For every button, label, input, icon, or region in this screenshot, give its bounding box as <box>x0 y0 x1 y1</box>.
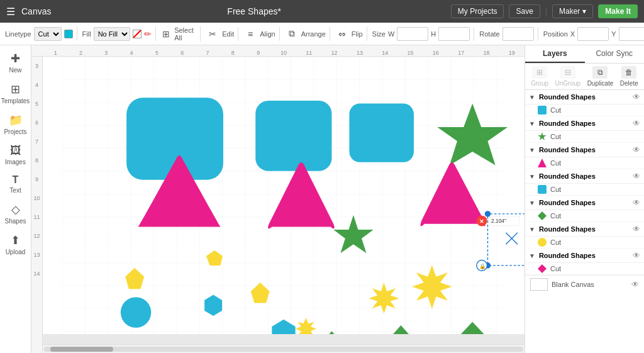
layer-eye-3[interactable]: 👁 <box>633 145 640 154</box>
sidebar-item-text[interactable]: T Text <box>1 171 30 198</box>
sub-layer-7[interactable]: Cut <box>525 263 644 275</box>
scroll-thumb[interactable] <box>50 347 113 352</box>
y-label: Y <box>611 30 616 38</box>
sub-layer-2[interactable]: Cut <box>525 131 644 143</box>
height-input[interactable]: 2.012 <box>438 27 470 41</box>
layer-eye-1[interactable]: 👁 <box>633 92 640 101</box>
sub-layer-5[interactable]: Cut <box>525 210 644 222</box>
layer-arrow-5[interactable]: ▼ <box>529 199 535 206</box>
blank-canvas-eye[interactable]: 👁 <box>631 280 639 289</box>
tab-layers[interactable]: Layers <box>525 45 585 63</box>
linetype-group: Linetype Cut <box>5 27 77 41</box>
layer-item-1[interactable]: ▼ Rounded Shapes 👁 <box>525 90 644 104</box>
ruler-top: 1 2 3 4 5 6 7 8 9 10 11 12 13 14 15 16 1… <box>31 45 525 57</box>
sub-layer-6[interactable]: Cut <box>525 237 644 249</box>
layer-eye-2[interactable]: 👁 <box>633 119 640 128</box>
sidebar-item-upload[interactable]: ⬆ Upload <box>1 230 30 259</box>
delete-icon: 🗑 <box>621 66 636 79</box>
sub-layer-label-6: Cut <box>550 238 640 246</box>
blank-canvas-entry[interactable]: Blank Canvas 👁 <box>525 275 644 293</box>
x-input[interactable]: 16.957 <box>577 27 609 41</box>
position-group: Position X 16.957 Y 7.742 <box>543 27 644 41</box>
rotate-input[interactable]: 0 <box>502 27 534 41</box>
sub-layer-3[interactable]: Cut <box>525 157 644 169</box>
tab-color-sync[interactable]: Color Sync <box>585 45 645 63</box>
layer-eye-6[interactable]: 👁 <box>633 225 640 233</box>
layer-name-3: Rounded Shapes <box>539 146 629 154</box>
select-all-button[interactable]: ⊞ <box>161 27 172 41</box>
arrange-button[interactable]: ⧉ <box>285 27 299 41</box>
layer-arrow-3[interactable]: ▼ <box>529 147 535 154</box>
layer-arrow-2[interactable]: ▼ <box>529 120 535 127</box>
duplicate-button[interactable]: ⧉ Duplicate <box>587 66 614 87</box>
selection-handle-tl[interactable] <box>485 211 491 216</box>
sub-layer-4[interactable]: Cut <box>525 184 644 196</box>
layer-arrow-1[interactable]: ▼ <box>529 94 535 101</box>
scrollbar-bottom[interactable] <box>43 344 525 353</box>
layer-arrow-4[interactable]: ▼ <box>529 173 535 180</box>
sidebar-label-templates: Templates <box>1 98 30 104</box>
fill-group: Fill No Fill ✏ <box>82 27 156 41</box>
delete-button[interactable]: 🗑 Delete <box>620 66 638 87</box>
layer-item-4[interactable]: ▼ Rounded Shapes 👁 <box>525 169 644 184</box>
sub-layer-label-1: Cut <box>550 106 640 114</box>
linetype-color-swatch[interactable] <box>64 30 73 38</box>
layer-item-5[interactable]: ▼ Rounded Shapes 👁 <box>525 196 644 210</box>
layer-eye-4[interactable]: 👁 <box>633 172 640 181</box>
layer-name-2: Rounded Shapes <box>539 120 629 127</box>
maker-button[interactable]: Maker ▾ <box>552 4 593 18</box>
ungroup-icon: ⊟ <box>560 66 575 79</box>
width-input[interactable]: 2.104 <box>397 27 428 41</box>
sidebar-item-shapes[interactable]: ◇ Shapes <box>1 199 30 228</box>
scroll-track[interactable] <box>44 347 523 352</box>
medium-cyan-rect[interactable] <box>255 101 331 171</box>
edit-button[interactable]: ✂ <box>206 27 219 41</box>
sidebar-label-projects: Projects <box>4 128 26 135</box>
layer-item-6[interactable]: ▼ Rounded Shapes 👁 <box>525 222 644 237</box>
sidebar-item-projects[interactable]: 📁 Projects <box>1 109 30 139</box>
edit-group: ✂ Edit <box>206 27 238 41</box>
flip-group: ⇔ Flip <box>335 27 367 41</box>
canvas-content[interactable]: ✕ ↻ 🔒 2.104" <box>43 57 525 334</box>
pencil-icon[interactable]: ✏ <box>144 29 152 39</box>
rp-actions-bar: ⊞ Group ⊟ UnGroup ⧉ Duplicate 🗑 Delete <box>525 64 644 90</box>
my-projects-button[interactable]: My Projects <box>451 4 504 18</box>
layer-item-3[interactable]: ▼ Rounded Shapes 👁 <box>525 143 644 157</box>
sidebar-item-templates[interactable]: ⊞ Templates <box>1 79 30 108</box>
sub-layer-shape-2 <box>538 132 547 141</box>
flip-button[interactable]: ⇔ <box>335 27 349 41</box>
select-all-label: Select All <box>174 26 196 42</box>
menu-icon[interactable]: ☰ <box>6 6 15 18</box>
sub-layer-label-4: Cut <box>550 186 640 193</box>
svg-text:🔒: 🔒 <box>479 263 486 270</box>
ungroup-button[interactable]: ⊟ UnGroup <box>555 66 581 87</box>
layer-arrow-7[interactable]: ▼ <box>529 252 535 259</box>
save-button[interactable]: Save <box>509 4 540 18</box>
doc-title: Free Shapes* <box>64 6 444 16</box>
fill-select[interactable]: No Fill <box>94 27 130 41</box>
sub-layer-shape-6 <box>538 238 547 247</box>
sidebar-item-images[interactable]: 🖼 Images <box>1 140 30 169</box>
sidebar-item-new[interactable]: ✚ New <box>1 48 30 77</box>
y-input[interactable]: 7.742 <box>619 27 644 41</box>
layer-eye-7[interactable]: 👁 <box>633 251 640 260</box>
arrange-group: ⧉ Arrange <box>285 27 330 41</box>
align-button[interactable]: ≡ <box>243 27 257 41</box>
topbar: ☰ Canvas Free Shapes* My Projects Save |… <box>0 0 644 23</box>
layer-item-7[interactable]: ▼ Rounded Shapes 👁 <box>525 249 644 263</box>
small-cyan-rect[interactable] <box>349 104 414 162</box>
canvas-area[interactable]: 1 2 3 4 5 6 7 8 9 10 11 12 13 14 15 16 1… <box>31 45 525 353</box>
layer-eye-5[interactable]: 👁 <box>633 198 640 207</box>
linetype-select[interactable]: Cut <box>34 27 62 41</box>
fill-color-swatch[interactable] <box>133 30 142 38</box>
layer-arrow-6[interactable]: ▼ <box>529 226 535 233</box>
layer-item-2[interactable]: ▼ Rounded Shapes 👁 <box>525 116 644 131</box>
arrange-label: Arrange <box>301 30 326 38</box>
blank-canvas-swatch[interactable] <box>530 278 548 291</box>
sub-layer-1[interactable]: Cut <box>525 104 644 116</box>
blue-circle[interactable] <box>121 297 151 327</box>
sub-layer-label-7: Cut <box>550 265 640 272</box>
right-panel: Layers Color Sync ⊞ Group ⊟ UnGroup ⧉ Du… <box>525 45 644 353</box>
make-it-button[interactable]: Make It <box>598 4 638 18</box>
group-button[interactable]: ⊞ Group <box>531 66 548 87</box>
